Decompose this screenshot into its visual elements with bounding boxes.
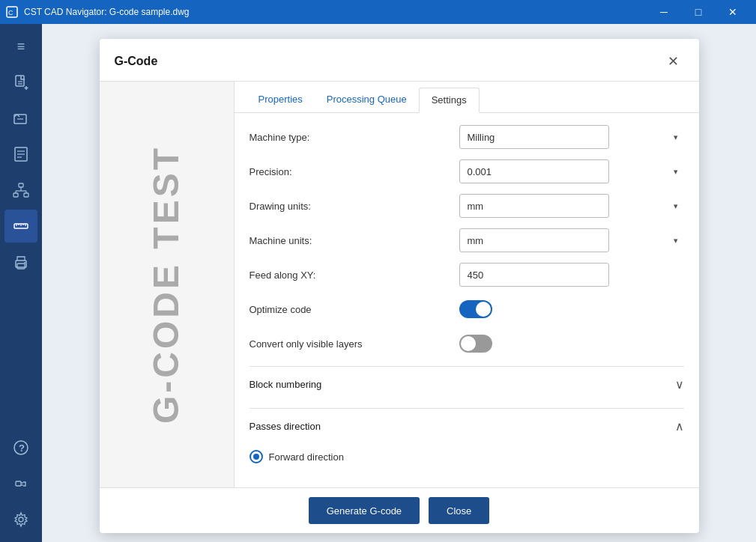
sidebar-open-file-icon[interactable] — [4, 102, 37, 135]
passes-direction-section: Passes direction ∧ Forward direction — [250, 408, 684, 481]
block-numbering-chevron-icon: ∨ — [675, 377, 684, 392]
title-bar: C CST CAD Navigator: G-code sample.dwg ─… — [0, 0, 756, 24]
precision-control: 0.001 0.01 0.1 1 ▾ — [459, 159, 684, 183]
optimize-code-toggle[interactable] — [459, 300, 492, 318]
tab-properties[interactable]: Properties — [247, 88, 315, 113]
sidebar-settings-icon[interactable] — [4, 503, 37, 536]
dialog-title: G-Code — [115, 55, 158, 68]
sidebar: ≡ — [0, 24, 42, 542]
machine-type-select[interactable]: Milling Laser Plasma 3D Printer — [459, 125, 609, 149]
svg-rect-2 — [16, 76, 24, 86]
machine-units-select-wrapper: mm cm inch ▾ — [459, 228, 684, 252]
sidebar-plugin-icon[interactable] — [4, 467, 37, 500]
block-numbering-label: Block numbering — [250, 379, 322, 390]
minimize-button[interactable]: ─ — [647, 0, 681, 24]
machine-units-row: Machine units: mm cm inch ▾ — [250, 228, 684, 252]
machine-type-arrow-icon: ▾ — [674, 133, 678, 142]
dialog-header: G-Code ✕ — [100, 39, 699, 82]
svg-rect-27 — [17, 264, 25, 269]
title-bar-left: C CST CAD Navigator: G-code sample.dwg — [6, 6, 190, 18]
precision-label: Precision: — [250, 166, 459, 177]
convert-visible-layers-control — [459, 335, 684, 353]
convert-visible-layers-toggle[interactable] — [459, 335, 492, 353]
title-bar-text: CST CAD Navigator: G-code sample.dwg — [24, 7, 190, 17]
feed-along-xy-input[interactable] — [459, 263, 609, 287]
drawing-units-select[interactable]: mm cm inch — [459, 194, 609, 218]
maximize-button[interactable]: □ — [681, 0, 716, 24]
drawing-units-control: mm cm inch ▾ — [459, 194, 684, 218]
dialog-body: G-CODE TEST Properties Processing Queue … — [100, 82, 699, 487]
preview-text: G-CODE TEST — [148, 145, 184, 424]
forward-direction-row: Forward direction — [250, 450, 684, 463]
svg-text:?: ? — [19, 442, 25, 454]
optimize-code-toggle-wrapper — [459, 300, 684, 318]
content-area: G-Code ✕ G-CODE TEST Properties Processi… — [42, 24, 756, 542]
dialog: G-Code ✕ G-CODE TEST Properties Processi… — [100, 39, 699, 533]
passes-direction-label: Passes direction — [250, 421, 321, 432]
feed-along-xy-control — [459, 263, 684, 287]
sidebar-hierarchy-icon[interactable] — [4, 174, 37, 207]
app-layout: ≡ — [0, 24, 756, 542]
convert-visible-layers-label: Convert only visible layers — [250, 338, 459, 350]
svg-text:C: C — [8, 9, 13, 16]
tab-settings[interactable]: Settings — [419, 88, 480, 113]
machine-units-arrow-icon: ▾ — [674, 236, 678, 246]
drawing-units-arrow-icon: ▾ — [674, 201, 678, 211]
tab-processing-queue[interactable]: Processing Queue — [315, 88, 419, 113]
block-numbering-section: Block numbering ∨ — [250, 366, 684, 402]
optimize-code-row: Optimize code — [250, 297, 684, 321]
svg-rect-14 — [13, 193, 18, 197]
convert-visible-layers-row: Convert only visible layers — [250, 332, 684, 356]
block-numbering-header[interactable]: Block numbering ∨ — [250, 367, 684, 402]
window-close-button[interactable]: ✕ — [716, 0, 750, 24]
sidebar-bottom: ? — [4, 431, 37, 536]
sidebar-new-file-icon[interactable] — [4, 66, 37, 99]
convert-visible-layers-toggle-knob — [461, 336, 476, 351]
precision-select-wrapper: 0.001 0.01 0.1 1 ▾ — [459, 159, 684, 183]
forward-direction-label: Forward direction — [269, 451, 344, 463]
machine-units-label: Machine units: — [250, 235, 459, 246]
machine-type-control: Milling Laser Plasma 3D Printer ▾ — [459, 125, 684, 149]
machine-type-select-wrapper: Milling Laser Plasma 3D Printer ▾ — [459, 125, 684, 149]
machine-units-control: mm cm inch ▾ — [459, 228, 684, 252]
preview-panel: G-CODE TEST — [100, 82, 235, 487]
drawing-units-row: Drawing units: mm cm inch ▾ — [250, 194, 684, 218]
sidebar-ruler-icon[interactable] — [4, 210, 37, 243]
svg-point-34 — [19, 517, 23, 522]
forward-direction-radio[interactable] — [250, 450, 263, 463]
close-button[interactable]: Close — [429, 497, 489, 524]
settings-panel: Properties Processing Queue Settings Mac… — [235, 82, 699, 487]
feed-along-xy-label: Feed along XY: — [250, 270, 459, 281]
passes-direction-body: Forward direction — [250, 444, 684, 481]
settings-content[interactable]: Machine type: Milling Laser Plasma 3D Pr… — [235, 113, 699, 487]
tabs: Properties Processing Queue Settings — [235, 82, 699, 113]
drawing-units-label: Drawing units: — [250, 201, 459, 212]
convert-visible-layers-toggle-wrapper — [459, 335, 684, 353]
precision-arrow-icon: ▾ — [674, 167, 678, 177]
machine-type-row: Machine type: Milling Laser Plasma 3D Pr… — [250, 125, 684, 149]
dialog-footer: Generate G-code Close — [100, 487, 699, 533]
precision-row: Precision: 0.001 0.01 0.1 1 ▾ — [250, 159, 684, 183]
optimize-code-toggle-knob — [476, 302, 491, 317]
svg-rect-15 — [24, 193, 28, 197]
machine-type-label: Machine type: — [250, 132, 459, 143]
drawing-units-select-wrapper: mm cm inch ▾ — [459, 194, 684, 218]
precision-select[interactable]: 0.001 0.01 0.1 1 — [459, 159, 609, 183]
sidebar-document-icon[interactable] — [4, 138, 37, 171]
svg-rect-13 — [19, 183, 23, 187]
svg-point-28 — [24, 262, 25, 264]
optimize-code-control — [459, 300, 684, 318]
app-icon: C — [6, 6, 18, 18]
passes-direction-chevron-icon: ∧ — [675, 419, 684, 433]
sidebar-help-icon[interactable]: ? — [4, 431, 37, 464]
svg-rect-31 — [16, 481, 21, 486]
dialog-close-button[interactable]: ✕ — [663, 51, 684, 72]
machine-units-select[interactable]: mm cm inch — [459, 228, 609, 252]
generate-gcode-button[interactable]: Generate G-code — [309, 497, 420, 524]
sidebar-menu-icon[interactable]: ≡ — [4, 30, 37, 63]
feed-along-xy-row: Feed along XY: — [250, 263, 684, 287]
passes-direction-header[interactable]: Passes direction ∧ — [250, 409, 684, 444]
optimize-code-label: Optimize code — [250, 304, 459, 315]
title-bar-controls: ─ □ ✕ — [647, 0, 750, 24]
sidebar-print-icon[interactable] — [4, 246, 37, 278]
